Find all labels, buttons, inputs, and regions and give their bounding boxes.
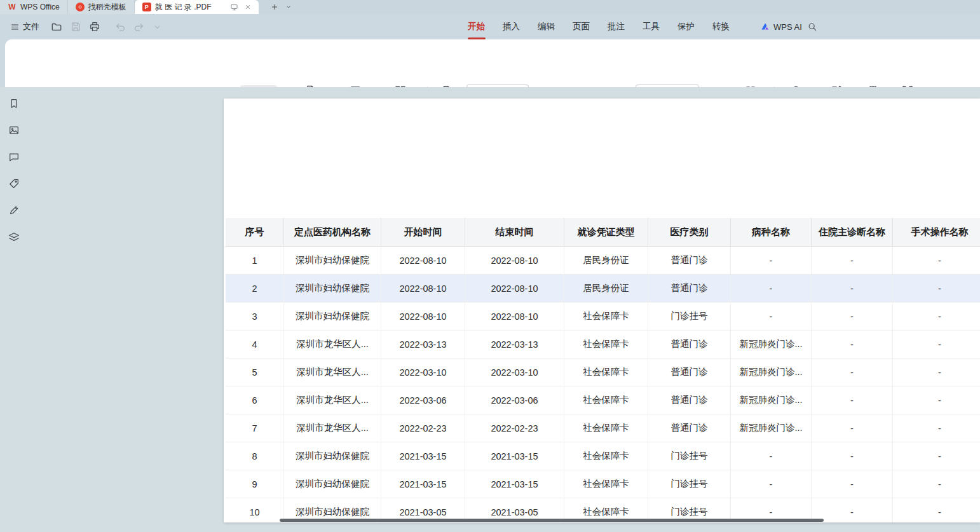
pen-icon: [8, 205, 20, 216]
wps-ai-logo-icon: [760, 22, 770, 32]
table-row[interactable]: 3深圳市妇幼保健院2022-08-102022-08-10社会保障卡门诊挂号--…: [226, 303, 980, 331]
bookmarks-panel-button[interactable]: [6, 96, 22, 111]
tab-wps-office[interactable]: W WPS Office: [0, 0, 68, 14]
menu-tools[interactable]: 工具: [643, 14, 660, 39]
tab-bar: W WPS Office 找稻壳模板 P 就 医 记 录 .PDF: [0, 0, 980, 14]
table-cell: 居民身份证: [564, 275, 648, 302]
pdf-page[interactable]: 序号定点医药机构名称开始时间结束时间就诊凭证类型医疗类别病种名称住院主诊断名称手…: [224, 99, 980, 522]
quick-access-chevron-icon[interactable]: [153, 22, 162, 32]
table-cell: -: [731, 247, 812, 274]
bookmark-icon: [8, 98, 20, 109]
table-cell: 2022-08-10: [381, 303, 465, 330]
tab-list-chevron-icon[interactable]: [282, 0, 296, 14]
table-row[interactable]: 4深圳市龙华区人...2022-03-132022-03-13社会保障卡普通门诊…: [226, 331, 980, 358]
table-row[interactable]: 9深圳市妇幼保健院2021-03-152021-03-15社会保障卡门诊挂号--…: [226, 470, 980, 498]
table-cell: -: [893, 303, 980, 330]
table-cell: -: [812, 247, 893, 274]
table-cell: 2022-08-10: [465, 303, 564, 330]
annotate-panel-button[interactable]: [6, 203, 22, 218]
table-header-cell: 就诊凭证类型: [564, 218, 648, 246]
document-area: 序号定点医药机构名称开始时间结束时间就诊凭证类型医疗类别病种名称住院主诊断名称手…: [0, 87, 980, 532]
table-cell: 深圳市妇幼保健院: [284, 470, 381, 498]
table-cell: -: [893, 442, 980, 470]
wps-logo-icon: W: [8, 3, 17, 11]
table-cell: -: [812, 358, 893, 386]
table-cell: -: [812, 386, 893, 414]
table-cell: 2022-03-06: [465, 386, 564, 414]
table-cell: 深圳市龙华区人...: [284, 386, 381, 414]
menu-comment[interactable]: 批注: [608, 14, 625, 39]
table-cell: -: [731, 303, 812, 330]
thumbnails-panel-button[interactable]: [6, 123, 22, 138]
layers-panel-button[interactable]: [6, 229, 22, 245]
table-cell: 新冠肺炎门诊...: [731, 414, 812, 442]
table-row[interactable]: 6深圳市龙华区人...2022-03-062022-03-06社会保障卡普通门诊…: [226, 386, 980, 414]
table-header-cell: 开始时间: [381, 218, 465, 246]
tab-docer-templates[interactable]: 找稻壳模板: [68, 0, 135, 14]
menu-home[interactable]: 开始: [468, 14, 485, 39]
layers-icon: [8, 231, 20, 243]
undo-button[interactable]: [114, 21, 126, 32]
table-cell: 2: [226, 275, 284, 302]
table-row[interactable]: 2深圳市妇幼保健院2022-08-102022-08-10居民身份证普通门诊--…: [226, 275, 980, 303]
tab-label: 就 医 记 录 .PDF: [155, 2, 212, 13]
table-cell: 1: [226, 247, 284, 274]
table-row[interactable]: 7深圳市龙华区人...2022-02-232022-02-23社会保障卡普通门诊…: [226, 414, 980, 442]
tab-label: WPS Office: [20, 3, 60, 11]
table-cell: 门诊挂号: [648, 303, 731, 330]
save-button[interactable]: [70, 21, 81, 32]
file-menu-button[interactable]: 文件: [6, 18, 43, 35]
table-cell: 2022-02-23: [381, 414, 465, 442]
new-tab-button[interactable]: [268, 0, 282, 14]
table-cell: 2022-03-13: [465, 331, 564, 358]
pdf-file-icon: P: [142, 3, 151, 11]
table-cell: -: [812, 470, 893, 498]
thumbnails-icon: [8, 125, 20, 136]
table-cell: 7: [226, 414, 284, 442]
menu-protect[interactable]: 保护: [677, 14, 695, 39]
table-cell: 2021-03-15: [465, 442, 564, 470]
table-cell: 普通门诊: [648, 386, 731, 414]
search-icon: [807, 22, 817, 32]
table-cell: -: [731, 442, 812, 470]
tab-document-pdf[interactable]: P 就 医 记 录 .PDF: [135, 0, 259, 14]
wps-ai-label: WPS AI: [773, 22, 802, 32]
table-header-cell: 手术操作名称: [893, 218, 980, 246]
table-cell: -: [731, 275, 812, 302]
menu-page[interactable]: 页面: [573, 14, 590, 39]
table-row[interactable]: 5深圳市龙华区人...2022-03-102022-03-10社会保障卡普通门诊…: [226, 358, 980, 386]
screen-share-icon[interactable]: [230, 3, 238, 11]
tab-label: 找稻壳模板: [88, 2, 126, 13]
table-cell: 8: [226, 442, 284, 470]
table-row[interactable]: 8深圳市妇幼保健院2021-03-152021-03-15社会保障卡门诊挂号--…: [226, 442, 980, 470]
table-cell: -: [893, 331, 980, 358]
table-cell: 社会保障卡: [564, 470, 648, 498]
table-row[interactable]: 1深圳市妇幼保健院2022-08-102022-08-10居民身份证普通门诊--…: [226, 247, 980, 275]
table-cell: 2022-08-10: [465, 247, 564, 274]
menu-insert[interactable]: 插入: [503, 14, 520, 39]
table-cell: -: [812, 498, 893, 522]
table-cell: 深圳市妇幼保健院: [284, 275, 381, 302]
menu-convert[interactable]: 转换: [712, 14, 730, 39]
close-tab-icon[interactable]: [245, 4, 251, 10]
table-cell: 5: [226, 358, 284, 386]
print-button[interactable]: [89, 21, 100, 32]
table-cell: 2022-02-23: [465, 414, 564, 442]
comment-icon: [8, 151, 20, 163]
table-cell: -: [812, 414, 893, 442]
open-file-button[interactable]: [51, 21, 62, 32]
table-header-cell: 病种名称: [731, 218, 812, 246]
table-header-cell: 住院主诊断名称: [812, 218, 893, 246]
comments-panel-button[interactable]: [6, 149, 22, 165]
horizontal-scrollbar[interactable]: [280, 519, 824, 522]
table-cell: 新冠肺炎门诊...: [731, 386, 812, 414]
attachments-panel-button[interactable]: [6, 176, 22, 191]
table-cell: 深圳市龙华区人...: [284, 358, 381, 386]
menu-edit[interactable]: 编辑: [538, 14, 555, 39]
redo-button[interactable]: [133, 21, 145, 32]
menubar-search-button[interactable]: [807, 14, 817, 39]
table-cell: 社会保障卡: [564, 414, 648, 442]
wps-window: W WPS Office 找稻壳模板 P 就 医 记 录 .PDF: [0, 0, 980, 532]
wps-ai-button[interactable]: WPS AI: [760, 14, 802, 39]
table-cell: 2022-08-10: [381, 247, 465, 274]
